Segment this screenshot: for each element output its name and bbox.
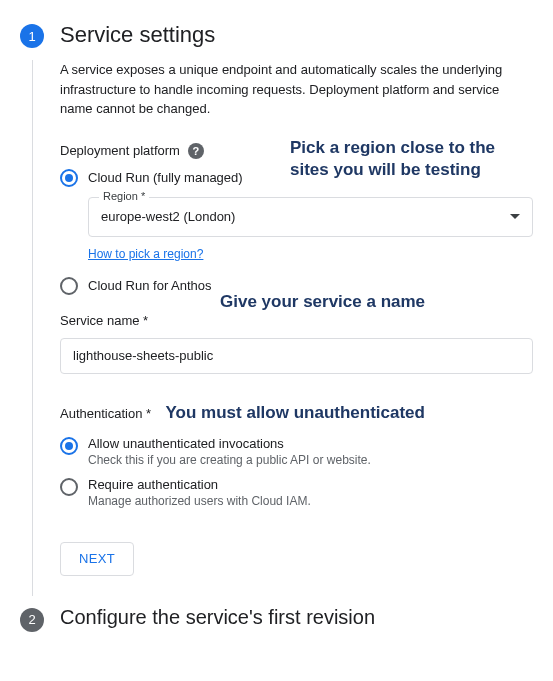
require-auth-sub: Manage authorized users with Cloud IAM. [88,494,311,508]
service-name-value: lighthouse-sheets-public [73,348,213,363]
service-name-input[interactable]: lighthouse-sheets-public [60,338,533,374]
service-name-label: Service name * [60,313,148,328]
region-legend: Region * [99,190,149,202]
step-2-bullet: 2 [20,608,44,632]
allow-unauth-sub: Check this if you are creating a public … [88,453,371,467]
chevron-down-icon [510,214,520,219]
radio-require-auth[interactable]: Require authentication Manage authorized… [60,477,533,508]
step-1-description: A service exposes a unique endpoint and … [60,60,533,119]
help-icon[interactable]: ? [188,143,204,159]
region-help-link[interactable]: How to pick a region? [88,247,203,261]
require-auth-label: Require authentication [88,477,311,492]
allow-unauth-label: Allow unauthenticated invocations [88,436,371,451]
radio-cloud-run-anthos[interactable]: Cloud Run for Anthos [60,277,533,295]
region-select[interactable]: Region * europe-west2 (London) [88,197,533,237]
authentication-label: Authentication * [60,406,151,421]
region-value: europe-west2 (London) [101,209,235,224]
radio-icon [60,437,78,455]
radio-allow-unauth[interactable]: Allow unauthenticated invocations Check … [60,436,533,467]
annotation-authentication: You must allow unauthenticated [166,403,425,422]
radio-managed-label: Cloud Run (fully managed) [88,170,243,185]
radio-anthos-label: Cloud Run for Anthos [88,278,212,293]
step-2-title[interactable]: Configure the service's first revision [60,606,533,629]
radio-icon [60,169,78,187]
radio-icon [60,277,78,295]
radio-cloud-run-managed[interactable]: Cloud Run (fully managed) [60,169,533,187]
next-button[interactable]: NEXT [60,542,134,576]
step-1-bullet: 1 [20,24,44,48]
step-1-title: Service settings [60,22,533,48]
radio-icon [60,478,78,496]
deployment-platform-label: Deployment platform [60,143,180,158]
